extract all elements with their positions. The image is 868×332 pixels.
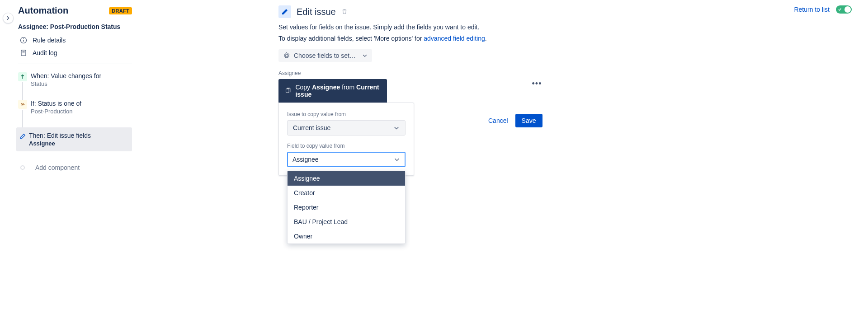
field-from-dropdown: Assignee Creator Reporter BAU / Project … [287,171,406,244]
sidebar: Automation DRAFT Assignee: Post-Producti… [7,0,143,332]
chevron-down-icon [393,125,400,131]
main-content: Return to list Edit issue Set values for… [143,0,868,332]
issue-from-select[interactable]: Current issue [287,120,406,136]
chevron-down-icon [394,156,400,163]
choose-fields-dropdown[interactable]: Choose fields to set… [278,49,372,62]
draft-badge: DRAFT [109,7,132,14]
rule-details-label: Rule details [33,37,66,44]
rule-step-when[interactable]: When: Value changes for Status [18,72,132,87]
cancel-button[interactable]: Cancel [486,114,510,127]
collapse-rail [0,0,7,332]
chevron-down-icon [362,53,368,58]
dropdown-option-bau-lead[interactable]: BAU / Project Lead [288,215,405,229]
gear-icon [283,52,290,59]
divider [18,64,132,64]
info-icon [20,37,27,44]
return-to-list-link[interactable]: Return to list [794,6,830,13]
panel-description: Set values for fields on the issue. Simp… [278,23,532,32]
copy-bar-text: Copy Assignee from Current issue [295,84,381,98]
step-sublabel: Assignee [29,140,128,147]
panel-title: Edit issue [297,7,336,17]
chevron-right-icon [5,15,11,21]
add-component-button[interactable]: Add component [18,164,132,171]
copy-field-bar[interactable]: Copy Assignee from Current issue [278,79,387,103]
dropdown-option-reporter[interactable]: Reporter [288,200,405,215]
panel-description-2: To display additional fields, select 'Mo… [278,35,532,42]
issue-from-label: Issue to copy value from [287,111,406,117]
rule-enabled-toggle[interactable] [836,5,852,14]
step-label: If: Status is one of [31,100,132,107]
delete-action-button[interactable] [341,8,348,16]
rule-step-if[interactable]: If: Status is one of Post-Production [18,100,132,115]
field-from-label: Field to copy value from [287,143,406,149]
step-sublabel: Status [31,80,132,87]
step-sublabel: Post-Production [31,108,132,115]
add-component-label: Add component [35,164,80,171]
dropdown-option-creator[interactable]: Creator [288,186,405,200]
trigger-icon [18,72,27,81]
more-actions-button[interactable]: ••• [532,79,542,89]
check-icon [838,7,842,12]
expand-sidebar-button[interactable] [3,13,14,23]
audit-log-link[interactable]: Audit log [18,47,132,59]
field-label-assignee: Assignee [278,70,532,76]
field-from-combobox[interactable] [287,152,406,167]
condition-icon [18,100,27,109]
dropdown-option-owner[interactable]: Owner [288,229,405,243]
svg-point-2 [23,38,24,39]
save-button[interactable]: Save [515,114,542,127]
page-title: Automation [18,5,68,16]
rule-step-then-selected[interactable]: Then: Edit issue fields Assignee [16,127,132,151]
advanced-field-editing-link[interactable]: advanced field editing [424,35,485,42]
add-icon [20,165,25,170]
dropdown-option-assignee[interactable]: Assignee [288,171,405,186]
issue-from-value: Current issue [293,124,330,131]
audit-log-label: Audit log [33,49,57,56]
log-icon [20,49,27,56]
trash-icon [341,8,348,14]
copy-icon [285,87,291,94]
edit-icon [278,5,291,18]
choose-fields-label: Choose fields to set… [294,52,356,59]
field-from-input[interactable] [292,156,394,163]
svg-rect-7 [286,89,289,93]
step-label: When: Value changes for [31,72,132,79]
rule-name: Assignee: Post-Production Status [18,23,132,30]
rule-details-link[interactable]: Rule details [18,34,132,47]
edit-icon [18,132,27,141]
step-label: Then: Edit issue fields [29,132,128,139]
copy-config-card: Issue to copy value from Current issue F… [278,103,414,176]
